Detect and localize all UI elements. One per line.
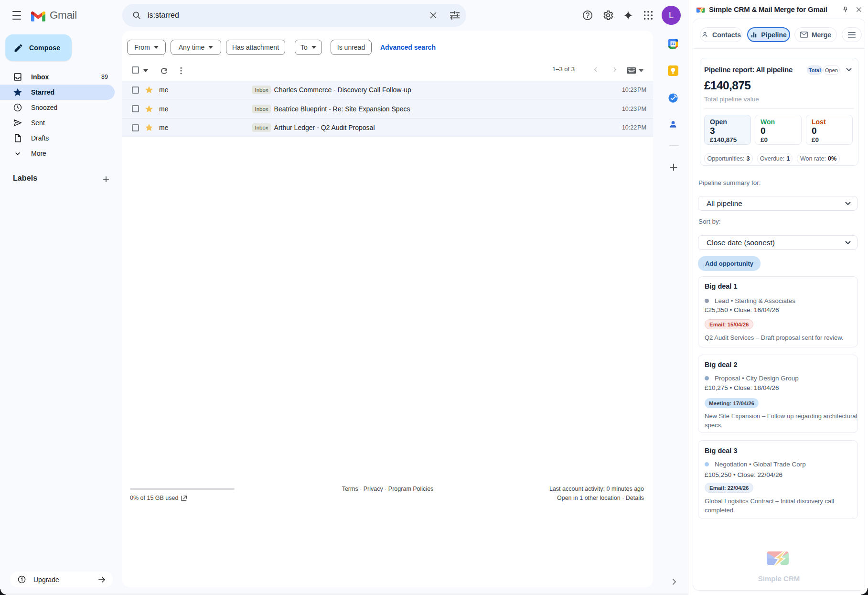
svg-text:31: 31	[671, 42, 675, 46]
